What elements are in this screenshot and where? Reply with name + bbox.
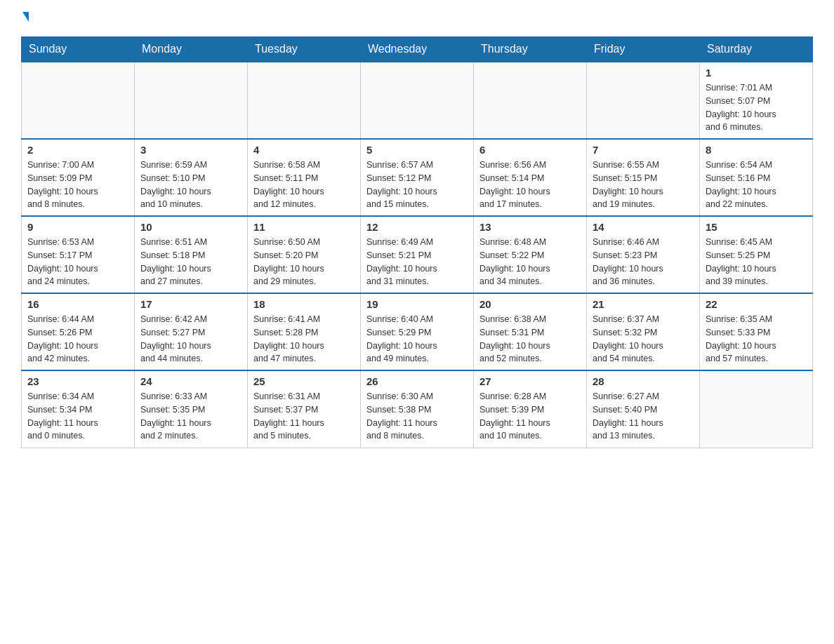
day-number: 5 bbox=[366, 144, 468, 156]
day-info: Sunrise: 7:00 AM Sunset: 5:09 PM Dayligh… bbox=[27, 159, 128, 211]
day-info: Sunrise: 6:31 AM Sunset: 5:37 PM Dayligh… bbox=[253, 390, 355, 443]
calendar-day-cell: 3Sunrise: 6:59 AM Sunset: 5:10 PM Daylig… bbox=[135, 139, 248, 216]
weekday-header-monday: Monday bbox=[135, 37, 248, 62]
day-number: 1 bbox=[706, 67, 807, 79]
day-info: Sunrise: 6:44 AM Sunset: 5:26 PM Dayligh… bbox=[27, 313, 128, 365]
day-number: 25 bbox=[253, 375, 355, 387]
calendar-day-cell: 5Sunrise: 6:57 AM Sunset: 5:12 PM Daylig… bbox=[361, 139, 474, 216]
day-info: Sunrise: 6:42 AM Sunset: 5:27 PM Dayligh… bbox=[140, 313, 241, 365]
day-number: 24 bbox=[140, 375, 241, 387]
page-header bbox=[21, 14, 813, 24]
day-number: 10 bbox=[140, 221, 241, 233]
calendar-day-cell: 20Sunrise: 6:38 AM Sunset: 5:31 PM Dayli… bbox=[474, 293, 587, 370]
day-info: Sunrise: 6:54 AM Sunset: 5:16 PM Dayligh… bbox=[706, 159, 807, 211]
weekday-header-row: SundayMondayTuesdayWednesdayThursdayFrid… bbox=[22, 37, 813, 62]
logo bbox=[21, 14, 29, 24]
calendar-day-cell: 6Sunrise: 6:56 AM Sunset: 5:14 PM Daylig… bbox=[474, 139, 587, 216]
day-number: 22 bbox=[706, 298, 807, 310]
day-number: 11 bbox=[253, 221, 355, 233]
day-info: Sunrise: 6:46 AM Sunset: 5:23 PM Dayligh… bbox=[593, 236, 694, 288]
calendar-day-cell: 11Sunrise: 6:50 AM Sunset: 5:20 PM Dayli… bbox=[248, 216, 361, 293]
weekday-header-thursday: Thursday bbox=[474, 37, 587, 62]
calendar-week-row: 16Sunrise: 6:44 AM Sunset: 5:26 PM Dayli… bbox=[22, 293, 813, 370]
day-info: Sunrise: 6:56 AM Sunset: 5:14 PM Dayligh… bbox=[479, 159, 581, 211]
calendar-week-row: 2Sunrise: 7:00 AM Sunset: 5:09 PM Daylig… bbox=[22, 139, 813, 216]
day-number: 6 bbox=[479, 144, 581, 156]
day-number: 15 bbox=[706, 221, 807, 233]
day-number: 20 bbox=[479, 298, 581, 310]
day-number: 12 bbox=[366, 221, 468, 233]
day-info: Sunrise: 6:27 AM Sunset: 5:40 PM Dayligh… bbox=[593, 390, 694, 443]
calendar-day-cell bbox=[135, 62, 248, 139]
day-info: Sunrise: 6:38 AM Sunset: 5:31 PM Dayligh… bbox=[479, 313, 581, 365]
calendar-week-row: 9Sunrise: 6:53 AM Sunset: 5:17 PM Daylig… bbox=[22, 216, 813, 293]
calendar-day-cell: 15Sunrise: 6:45 AM Sunset: 5:25 PM Dayli… bbox=[700, 216, 813, 293]
calendar-day-cell bbox=[22, 62, 135, 139]
calendar-day-cell: 28Sunrise: 6:27 AM Sunset: 5:40 PM Dayli… bbox=[587, 370, 700, 448]
day-number: 28 bbox=[593, 375, 694, 387]
calendar-day-cell: 18Sunrise: 6:41 AM Sunset: 5:28 PM Dayli… bbox=[248, 293, 361, 370]
calendar-day-cell: 7Sunrise: 6:55 AM Sunset: 5:15 PM Daylig… bbox=[587, 139, 700, 216]
day-info: Sunrise: 6:58 AM Sunset: 5:11 PM Dayligh… bbox=[253, 159, 355, 211]
day-info: Sunrise: 6:28 AM Sunset: 5:39 PM Dayligh… bbox=[479, 390, 581, 443]
calendar-day-cell: 22Sunrise: 6:35 AM Sunset: 5:33 PM Dayli… bbox=[700, 293, 813, 370]
day-number: 26 bbox=[366, 375, 468, 387]
weekday-header-saturday: Saturday bbox=[700, 37, 813, 62]
day-number: 14 bbox=[593, 221, 694, 233]
day-number: 9 bbox=[27, 221, 128, 233]
calendar-day-cell: 16Sunrise: 6:44 AM Sunset: 5:26 PM Dayli… bbox=[22, 293, 135, 370]
weekday-header-tuesday: Tuesday bbox=[248, 37, 361, 62]
calendar-day-cell: 12Sunrise: 6:49 AM Sunset: 5:21 PM Dayli… bbox=[361, 216, 474, 293]
calendar-day-cell: 2Sunrise: 7:00 AM Sunset: 5:09 PM Daylig… bbox=[22, 139, 135, 216]
weekday-header-sunday: Sunday bbox=[22, 37, 135, 62]
day-info: Sunrise: 6:57 AM Sunset: 5:12 PM Dayligh… bbox=[366, 159, 468, 211]
weekday-header-wednesday: Wednesday bbox=[361, 37, 474, 62]
day-info: Sunrise: 6:55 AM Sunset: 5:15 PM Dayligh… bbox=[593, 159, 694, 211]
calendar-day-cell: 23Sunrise: 6:34 AM Sunset: 5:34 PM Dayli… bbox=[22, 370, 135, 448]
calendar-day-cell: 24Sunrise: 6:33 AM Sunset: 5:35 PM Dayli… bbox=[135, 370, 248, 448]
calendar-day-cell bbox=[474, 62, 587, 139]
calendar-day-cell: 17Sunrise: 6:42 AM Sunset: 5:27 PM Dayli… bbox=[135, 293, 248, 370]
calendar-body: 1Sunrise: 7:01 AM Sunset: 5:07 PM Daylig… bbox=[22, 62, 813, 448]
calendar-week-row: 1Sunrise: 7:01 AM Sunset: 5:07 PM Daylig… bbox=[22, 62, 813, 139]
day-number: 19 bbox=[366, 298, 468, 310]
day-info: Sunrise: 7:01 AM Sunset: 5:07 PM Dayligh… bbox=[706, 81, 807, 134]
day-info: Sunrise: 6:51 AM Sunset: 5:18 PM Dayligh… bbox=[140, 236, 241, 288]
calendar-day-cell: 19Sunrise: 6:40 AM Sunset: 5:29 PM Dayli… bbox=[361, 293, 474, 370]
weekday-header-friday: Friday bbox=[587, 37, 700, 62]
day-info: Sunrise: 6:45 AM Sunset: 5:25 PM Dayligh… bbox=[706, 236, 807, 288]
day-number: 4 bbox=[253, 144, 355, 156]
day-info: Sunrise: 6:37 AM Sunset: 5:32 PM Dayligh… bbox=[593, 313, 694, 365]
calendar-week-row: 23Sunrise: 6:34 AM Sunset: 5:34 PM Dayli… bbox=[22, 370, 813, 448]
calendar-day-cell: 10Sunrise: 6:51 AM Sunset: 5:18 PM Dayli… bbox=[135, 216, 248, 293]
calendar-day-cell: 1Sunrise: 7:01 AM Sunset: 5:07 PM Daylig… bbox=[700, 62, 813, 139]
day-number: 21 bbox=[593, 298, 694, 310]
day-number: 3 bbox=[140, 144, 241, 156]
calendar-day-cell: 8Sunrise: 6:54 AM Sunset: 5:16 PM Daylig… bbox=[700, 139, 813, 216]
day-number: 18 bbox=[253, 298, 355, 310]
day-info: Sunrise: 6:41 AM Sunset: 5:28 PM Dayligh… bbox=[253, 313, 355, 365]
day-info: Sunrise: 6:49 AM Sunset: 5:21 PM Dayligh… bbox=[366, 236, 468, 288]
day-number: 16 bbox=[27, 298, 128, 310]
calendar-day-cell: 26Sunrise: 6:30 AM Sunset: 5:38 PM Dayli… bbox=[361, 370, 474, 448]
calendar-day-cell: 25Sunrise: 6:31 AM Sunset: 5:37 PM Dayli… bbox=[248, 370, 361, 448]
calendar-header: SundayMondayTuesdayWednesdayThursdayFrid… bbox=[22, 37, 813, 62]
calendar-day-cell bbox=[248, 62, 361, 139]
calendar-day-cell: 21Sunrise: 6:37 AM Sunset: 5:32 PM Dayli… bbox=[587, 293, 700, 370]
day-info: Sunrise: 6:33 AM Sunset: 5:35 PM Dayligh… bbox=[140, 390, 241, 443]
day-info: Sunrise: 6:53 AM Sunset: 5:17 PM Dayligh… bbox=[27, 236, 128, 288]
day-number: 2 bbox=[27, 144, 128, 156]
day-number: 23 bbox=[27, 375, 128, 387]
day-info: Sunrise: 6:40 AM Sunset: 5:29 PM Dayligh… bbox=[366, 313, 468, 365]
calendar-day-cell: 4Sunrise: 6:58 AM Sunset: 5:11 PM Daylig… bbox=[248, 139, 361, 216]
day-info: Sunrise: 6:48 AM Sunset: 5:22 PM Dayligh… bbox=[479, 236, 581, 288]
day-number: 13 bbox=[479, 221, 581, 233]
calendar-table: SundayMondayTuesdayWednesdayThursdayFrid… bbox=[21, 36, 813, 448]
calendar-day-cell: 27Sunrise: 6:28 AM Sunset: 5:39 PM Dayli… bbox=[474, 370, 587, 448]
calendar-day-cell bbox=[700, 370, 813, 448]
calendar-day-cell: 9Sunrise: 6:53 AM Sunset: 5:17 PM Daylig… bbox=[22, 216, 135, 293]
calendar-day-cell: 14Sunrise: 6:46 AM Sunset: 5:23 PM Dayli… bbox=[587, 216, 700, 293]
day-info: Sunrise: 6:34 AM Sunset: 5:34 PM Dayligh… bbox=[27, 390, 128, 443]
calendar-day-cell bbox=[587, 62, 700, 139]
day-number: 17 bbox=[140, 298, 241, 310]
